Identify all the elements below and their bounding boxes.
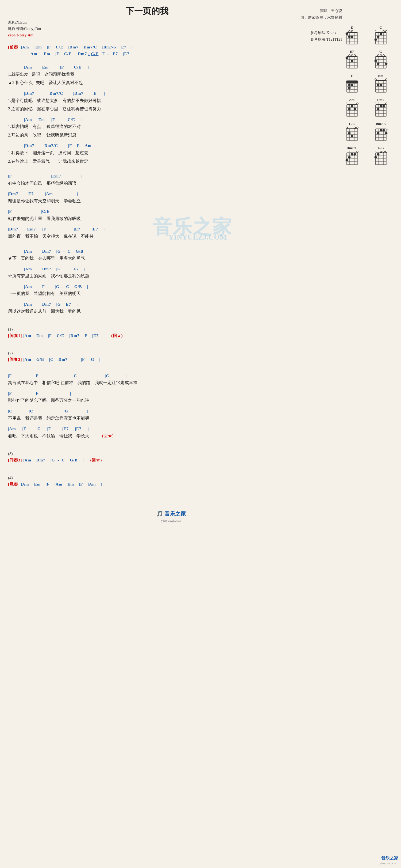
svg-point-102	[357, 103, 358, 104]
verse1-section: |Am Em |F C/E | 1.就要出发 是吗 这问题困扰着我 ▲2.担心什…	[8, 64, 334, 86]
chorus1-lyric: ★下一页的我 会去哪里 用多大的勇气	[8, 255, 334, 262]
svg-point-11	[351, 31, 353, 32]
suggested-key: 建议男调:Gm 女:Dm	[8, 26, 334, 32]
bridge1-lyric: 寓言藏在我心中 相信它吧 往前冲 我的路 我就一定让它走成幸福	[8, 379, 334, 386]
chord-row-5: C/E	[339, 122, 393, 143]
svg-point-60	[377, 63, 379, 65]
verse4-lyric2: 2.在旅途上 爱是氧气 让我越来越肯定	[8, 158, 334, 165]
verse3-chord: |Am Em |F C/E |	[8, 117, 334, 123]
chorus3-chord: |Am F |G - C G/B |	[8, 284, 334, 290]
chord-row-4: Am ×	[339, 98, 393, 119]
chord-E7: E7	[344, 50, 359, 70]
bridge3-chord: |C |C |G |	[8, 408, 334, 414]
svg-point-57	[380, 55, 382, 56]
intro-label: [前奏]	[8, 45, 20, 49]
chorus3-lyric: 下一页的我 希望能拥有 美丽的明天	[8, 290, 334, 297]
svg-point-75	[348, 87, 351, 89]
section-3: (3) [间奏3] |Am Dm7 |G - C G/B | (回☆)	[8, 452, 334, 463]
bottom-url: yinyuezj.com	[379, 861, 398, 865]
bridge4-lyric: 看吧 下大雨也 不认输 请让我 学长大 (回★)	[8, 433, 334, 439]
prechorus4-lyric: 黑的夜 我不怕 天空很大 像在说 不能哭	[8, 233, 334, 240]
capo-info: capo:6 play:Am	[8, 32, 334, 38]
svg-point-30	[374, 38, 377, 41]
svg-point-118	[386, 103, 387, 104]
bridge4-section: |Am |F G |F |E7 |E7 | 看吧 下大雨也 不认输 请让我 学长…	[8, 426, 334, 439]
chord-row-2: E7	[339, 50, 393, 70]
svg-point-43	[354, 55, 356, 56]
svg-point-73	[348, 84, 351, 86]
svg-point-41	[348, 55, 350, 56]
verse1-lyric1: 1.就要出发 是吗 这问题困扰着我	[8, 71, 334, 78]
chorus1-chord: |Am Dm7 |G - C G/B |	[8, 248, 334, 254]
svg-point-29	[377, 36, 379, 38]
svg-rect-72	[346, 81, 358, 83]
bridge1-section: |F |F |C |C | 寓言藏在我心中 相信它吧 往前冲 我的路 我就一定让…	[8, 373, 334, 386]
bridge3-lyric: 不用说 我还是我 约定怎样寂寞也不能哭	[8, 415, 334, 422]
left-content: 下一页的我 原KEY:Ebm 建议男调:Gm 女:Dm capo:6 play:…	[8, 5, 339, 528]
section-4-label: (4)	[8, 476, 334, 480]
chorus4-lyric: 所以这次我送走从前 因为我 看的见	[8, 308, 334, 315]
chorus2-chord: |Am Dm7 |G E7 |	[8, 266, 334, 272]
svg-point-89	[377, 84, 379, 86]
svg-text:×: ×	[377, 102, 379, 104]
svg-point-135	[348, 132, 351, 134]
verse3-lyric2: 2.耳边的风 吹吧 让我听见新消息	[8, 132, 334, 138]
svg-point-13	[348, 36, 351, 38]
svg-point-180	[380, 151, 382, 153]
intro-chord-1: [前奏] |Am Em |F C/E |Dm7 Dm7/C |Bm7-5 E7 …	[8, 44, 334, 50]
svg-point-149	[380, 129, 382, 131]
verse2-lyric2: 2.之前的回忆 握在掌心里 它让我再苦也肯努力	[8, 105, 334, 113]
svg-point-90	[380, 84, 382, 86]
chord-Em: Em	[373, 73, 388, 94]
bridge2-chord: |F |F |	[8, 391, 334, 397]
verse3-section: |Am Em |F C/E | 1.我害怕吗 有点 孤单很痛的对不对 2.耳边的…	[8, 117, 334, 138]
svg-point-58	[383, 55, 385, 56]
svg-point-59	[374, 60, 377, 62]
chord-GB: G/B ×	[373, 146, 388, 167]
section-2: (2) [间奏2] |Am G/B |C Dm7 - - |F |G |	[8, 351, 334, 363]
svg-point-166	[351, 153, 354, 156]
chord-Dm7: Dm7 × ×	[373, 98, 388, 119]
section-1-label: (1)	[8, 327, 334, 332]
prechorus1-chord: |F |Em7 |	[8, 173, 334, 179]
section-2-label: (2)	[8, 351, 334, 355]
svg-point-148	[377, 132, 379, 134]
svg-text:×: ×	[346, 102, 347, 104]
svg-point-150	[382, 129, 385, 131]
original-key: 原KEY:Ebm	[8, 19, 334, 26]
footer-logo: 🎵 音乐之家	[156, 511, 186, 517]
song-title: 下一页的我	[8, 5, 334, 17]
ref-fingering: 参考指法:T121T121	[310, 36, 342, 43]
svg-point-26	[383, 31, 385, 32]
chorus2-section: |Am Dm7 |G E7 | ☆所有梦里面的风雨 我不怕那是我的试题	[8, 266, 334, 279]
verse2-section: |Dm7 Dm7/C |Dm7 E | 1.是个可能吧 或许想太多 有的梦不去做…	[8, 90, 334, 113]
intro-section: [前奏] |Am Em |F C/E |Dm7 Dm7/C |Bm7-5 E7 …	[8, 44, 334, 57]
svg-point-120	[382, 105, 385, 107]
bottom-brand: 音乐之家 yinyuezj.com	[379, 856, 398, 865]
prechorus1-lyric: 心中会怕才问自己 那些曾经的话语	[8, 180, 334, 187]
svg-point-164	[357, 151, 358, 153]
svg-point-104	[348, 108, 351, 110]
meta-right: 演唱：王心凌 词：易家扬 曲：水野良树	[300, 7, 342, 21]
chorus1-section: |Am Dm7 |G - C G/B | ★下一页的我 会去哪里 用多大的勇气	[8, 248, 334, 262]
svg-text:×: ×	[375, 102, 376, 104]
svg-point-42	[351, 55, 353, 56]
footer-brand: 🎵 音乐之家	[8, 510, 334, 517]
verse4-lyric1: 1.我得放下 翻开这一页 没时间 想过去	[8, 149, 334, 156]
svg-point-74	[351, 84, 354, 86]
prechorus3-lyric: 站在未知的泥土里 看我勇敢的深吸吸	[8, 215, 334, 222]
svg-point-56	[377, 55, 379, 56]
intro-chord-2: |Am Em |F C/E |Dm7 - C/E F - |E7 |E7 |	[8, 51, 334, 57]
svg-point-151	[385, 132, 388, 134]
chord-Bm7b5: Bm7-5 ×	[373, 122, 388, 143]
prechorus2-section: |Dm7 E7 |Am | 谢谢是你让我有天空和明天 学会独立	[8, 191, 334, 204]
svg-point-136	[351, 135, 354, 137]
verse4-chord: |Dm7 Dm7/C |F E Am - |	[8, 143, 334, 149]
bridge4-chord: |Am |F G |F |E7 |E7 |	[8, 426, 334, 432]
verse1-chord: |Am Em |F C/E |	[8, 64, 334, 70]
verse4-section: |Dm7 Dm7/C |F E Am - | 1.我得放下 翻开这一页 没时间 …	[8, 143, 334, 165]
chord-row-1: E	[339, 25, 393, 46]
prechorus1-section: |F |Em7 | 心中会怕才问自己 那些曾经的话语	[8, 173, 334, 187]
interlude1: [间奏1] |Am Em |F C/E |Dm7 F |E7 | (回▲)	[8, 333, 334, 339]
prechorus3-chord: |F |C/E |	[8, 209, 334, 215]
